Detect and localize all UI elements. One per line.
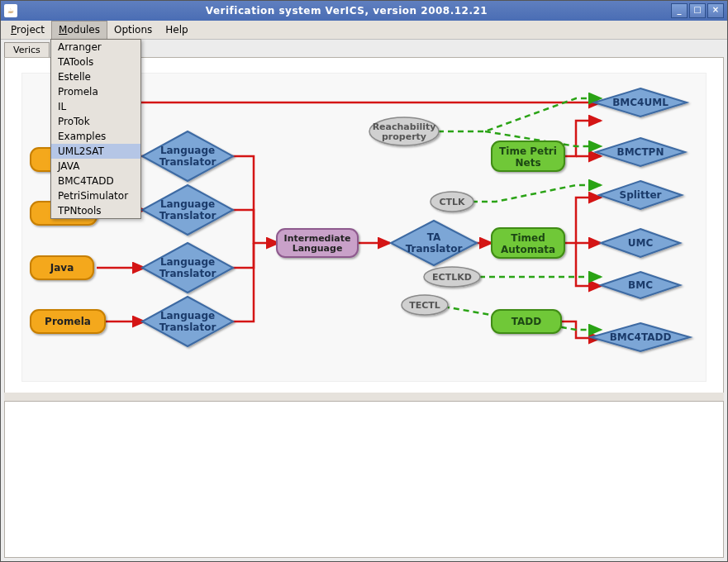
- svg-text:Language: Language: [160, 145, 215, 156]
- node-umc[interactable]: UMC: [601, 229, 680, 257]
- app-window: ☕ Verification system VerICS, version 20…: [0, 0, 728, 562]
- svg-text:CTLK: CTLK: [439, 197, 465, 207]
- titlebar: ☕ Verification system VerICS, version 20…: [1, 1, 727, 21]
- node-ectlkd[interactable]: ECTLKD: [424, 267, 480, 287]
- node-intermediate-language[interactable]: Intermediate Language: [277, 229, 358, 257]
- menubar: Project Modules Options Help: [1, 21, 727, 40]
- svg-text:Promela: Promela: [45, 316, 91, 327]
- dropdown-item-uml2sat[interactable]: UML2SAT: [51, 144, 140, 159]
- dropdown-item-tpntools[interactable]: TPNtools: [51, 203, 140, 218]
- node-promela[interactable]: Promela: [31, 310, 105, 333]
- dropdown-item-petrisimulator[interactable]: PetriSimulator: [51, 188, 140, 203]
- svg-text:ECTLKD: ECTLKD: [432, 272, 472, 283]
- svg-text:UMC: UMC: [628, 237, 654, 249]
- node-bmc[interactable]: BMC: [601, 272, 680, 298]
- dropdown-item-estelle[interactable]: Estelle: [51, 69, 140, 84]
- svg-text:TADD: TADD: [512, 316, 542, 327]
- dropdown-item-tatools[interactable]: TATools: [51, 55, 140, 69]
- node-lang-translator-3[interactable]: Language Translator: [142, 243, 233, 293]
- dropdown-item-protok[interactable]: ProTok: [51, 114, 140, 129]
- menu-help[interactable]: Help: [159, 21, 194, 39]
- node-bmc4uml[interactable]: BMC4UML: [594, 88, 687, 117]
- maximize-button[interactable]: □: [689, 3, 706, 18]
- window-title: Verification system VerICS, version 2008…: [22, 5, 671, 17]
- svg-text:TA: TA: [427, 231, 441, 243]
- tab-verics[interactable]: Verics: [4, 42, 50, 57]
- node-timed-automata[interactable]: Timed Automata: [492, 228, 564, 258]
- svg-text:BMC: BMC: [628, 279, 653, 291]
- modules-dropdown: Arranger TATools Estelle Promela IL ProT…: [50, 39, 141, 219]
- svg-text:property: property: [382, 131, 426, 142]
- dropdown-item-il[interactable]: IL: [51, 99, 140, 114]
- node-tadd[interactable]: TADD: [492, 310, 561, 333]
- menu-project[interactable]: Project: [4, 21, 51, 39]
- dropdown-item-examples[interactable]: Examples: [51, 129, 140, 144]
- svg-text:Timed: Timed: [511, 232, 545, 244]
- node-tectl[interactable]: TECTL: [402, 295, 448, 315]
- node-splitter[interactable]: Splitter: [599, 181, 682, 209]
- node-bmctpn[interactable]: BMCTPN: [596, 138, 685, 166]
- java-icon: ☕: [4, 4, 17, 17]
- svg-text:Nets: Nets: [515, 157, 540, 169]
- svg-text:Automata: Automata: [501, 244, 555, 255]
- svg-text:Language: Language: [293, 243, 343, 254]
- svg-text:Time Petri: Time Petri: [499, 145, 557, 157]
- svg-text:Translator: Translator: [406, 243, 463, 255]
- node-lang-translator-1[interactable]: Language Translator: [142, 131, 233, 181]
- svg-text:BMCTPN: BMCTPN: [617, 146, 664, 158]
- svg-text:Translator: Translator: [159, 321, 216, 333]
- dropdown-item-bmc4tadd[interactable]: BMC4TADD: [51, 174, 140, 188]
- minimize-button[interactable]: _: [671, 3, 688, 18]
- node-time-petri-nets[interactable]: Time Petri Nets: [492, 141, 564, 171]
- svg-text:BMC4UML: BMC4UML: [612, 97, 669, 108]
- svg-text:Java: Java: [50, 262, 74, 274]
- node-ctlk[interactable]: CTLK: [431, 192, 473, 212]
- split-handle[interactable]: [4, 393, 724, 401]
- node-lang-translator-4[interactable]: Language Translator: [142, 297, 233, 346]
- menu-modules[interactable]: Modules: [51, 21, 107, 39]
- node-java[interactable]: Java: [31, 256, 93, 279]
- close-button[interactable]: ×: [707, 3, 724, 18]
- svg-text:TECTL: TECTL: [409, 300, 440, 311]
- dropdown-item-arranger[interactable]: Arranger: [51, 40, 140, 55]
- svg-text:Language: Language: [160, 256, 215, 268]
- node-lang-translator-2[interactable]: Language Translator: [142, 185, 233, 235]
- svg-text:Language: Language: [160, 310, 215, 321]
- svg-text:Language: Language: [160, 198, 215, 210]
- svg-text:Translator: Translator: [159, 268, 216, 279]
- svg-text:BMC4TADD: BMC4TADD: [610, 331, 672, 343]
- dropdown-item-java[interactable]: JAVA: [51, 159, 140, 174]
- node-reachability[interactable]: Reachability property: [369, 117, 439, 145]
- node-bmc4tadd[interactable]: BMC4TADD: [591, 323, 690, 351]
- lower-panel: [4, 401, 724, 558]
- node-ta-translator[interactable]: TA Translator: [391, 221, 477, 265]
- dropdown-item-promela[interactable]: Promela: [51, 84, 140, 99]
- svg-text:Splitter: Splitter: [620, 189, 662, 201]
- svg-text:Translator: Translator: [159, 156, 216, 168]
- menu-options[interactable]: Options: [107, 21, 159, 39]
- svg-text:Translator: Translator: [159, 210, 216, 221]
